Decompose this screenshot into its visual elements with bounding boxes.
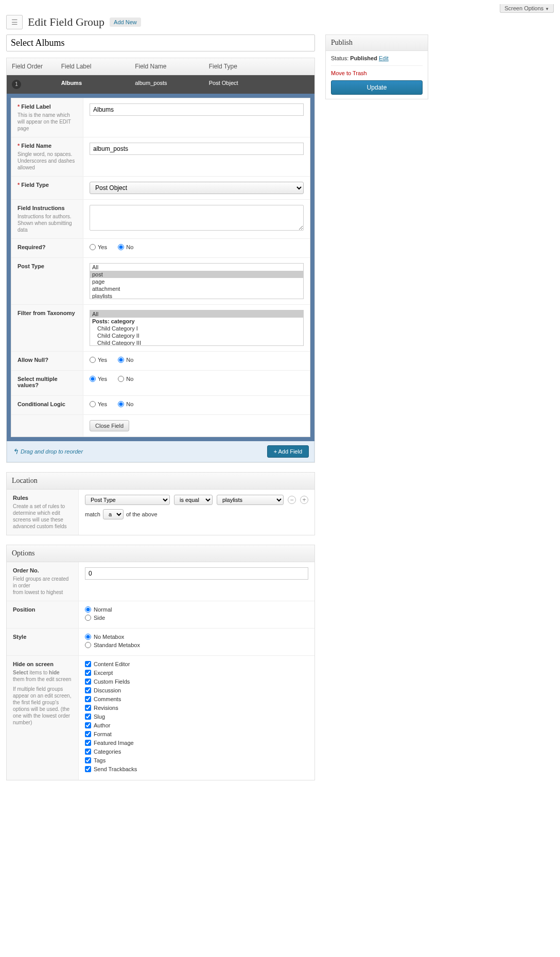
- reorder-hint: ↰Drag and drop to reorder: [12, 447, 83, 456]
- location-heading: Location: [7, 473, 314, 490]
- add-field-button[interactable]: + Add Field: [267, 445, 309, 458]
- filter-tax-listbox[interactable]: All Posts: category Child Category I Chi…: [90, 310, 304, 346]
- hide-item[interactable]: Categories: [85, 749, 308, 755]
- fields-table: Field Order Field Label Field Name Field…: [6, 58, 315, 463]
- hide-item[interactable]: Author: [85, 722, 308, 728]
- style-standard-metabox[interactable]: Standard Metabox: [85, 642, 308, 648]
- rule-param-select[interactable]: Post Type: [85, 495, 170, 505]
- instructions-textarea[interactable]: [90, 205, 304, 231]
- hide-item[interactable]: Revisions: [85, 705, 308, 711]
- hide-item[interactable]: Comments: [85, 696, 308, 702]
- style-no-metabox[interactable]: No Metabox: [85, 634, 308, 640]
- order-no-input[interactable]: [85, 567, 308, 580]
- hide-list: Content EditorExcerptCustom FieldsDiscus…: [79, 656, 314, 780]
- remove-rule-button[interactable]: −: [288, 496, 296, 504]
- hide-item[interactable]: Discussion: [85, 687, 308, 693]
- hide-item[interactable]: Format: [85, 731, 308, 737]
- status-edit-link[interactable]: Edit: [379, 55, 389, 61]
- page-title: Edit Field Group: [28, 15, 104, 29]
- col-name: Field Name: [130, 58, 204, 75]
- col-label: Field Label: [56, 58, 130, 75]
- page-icon: ☰: [6, 15, 23, 29]
- required-no[interactable]: No: [118, 244, 133, 250]
- field-type-select[interactable]: Post Object: [90, 182, 304, 194]
- post-type-listbox[interactable]: All post page attachment playlists: [90, 263, 304, 299]
- add-new-button[interactable]: Add New: [110, 18, 141, 27]
- field-name-input[interactable]: [90, 143, 304, 155]
- hide-item[interactable]: Send Trackbacks: [85, 766, 308, 772]
- options-heading: Options: [7, 545, 314, 562]
- allow-null-yes[interactable]: Yes: [90, 357, 107, 363]
- conditional-no[interactable]: No: [118, 401, 133, 407]
- position-normal[interactable]: Normal: [85, 606, 308, 613]
- hide-item[interactable]: Featured Image: [85, 740, 308, 746]
- required-yes[interactable]: Yes: [90, 244, 107, 250]
- close-field-button[interactable]: Close Field: [90, 420, 129, 431]
- field-row[interactable]: 1 Albums album_posts Post Object: [7, 75, 314, 94]
- col-order: Field Order: [7, 58, 56, 75]
- group-title-input[interactable]: [6, 34, 315, 51]
- allow-null-no[interactable]: No: [118, 357, 133, 363]
- hide-item[interactable]: Slug: [85, 714, 308, 720]
- conditional-yes[interactable]: Yes: [90, 401, 107, 407]
- rule-value-select[interactable]: playlists: [217, 495, 284, 505]
- screen-options-tab[interactable]: Screen Options▼: [500, 4, 554, 13]
- multiple-no[interactable]: No: [118, 376, 133, 382]
- publish-panel: Publish Status: Published Edit Move to T…: [325, 34, 428, 99]
- hide-item[interactable]: Custom Fields: [85, 678, 308, 685]
- hide-item[interactable]: Excerpt: [85, 670, 308, 676]
- rule-operator-select[interactable]: is equal to: [174, 495, 213, 505]
- position-side[interactable]: Side: [85, 615, 308, 621]
- update-button[interactable]: Update: [331, 80, 423, 95]
- field-label-input[interactable]: [90, 103, 304, 116]
- hide-item[interactable]: Tags: [85, 757, 308, 763]
- move-to-trash[interactable]: Move to Trash: [331, 70, 423, 76]
- publish-heading: Publish: [326, 35, 428, 51]
- multiple-yes[interactable]: Yes: [90, 376, 107, 382]
- match-select[interactable]: all: [103, 509, 124, 519]
- add-rule-button[interactable]: +: [300, 496, 308, 504]
- hide-item[interactable]: Content Editor: [85, 661, 308, 667]
- col-type: Field Type: [204, 58, 314, 75]
